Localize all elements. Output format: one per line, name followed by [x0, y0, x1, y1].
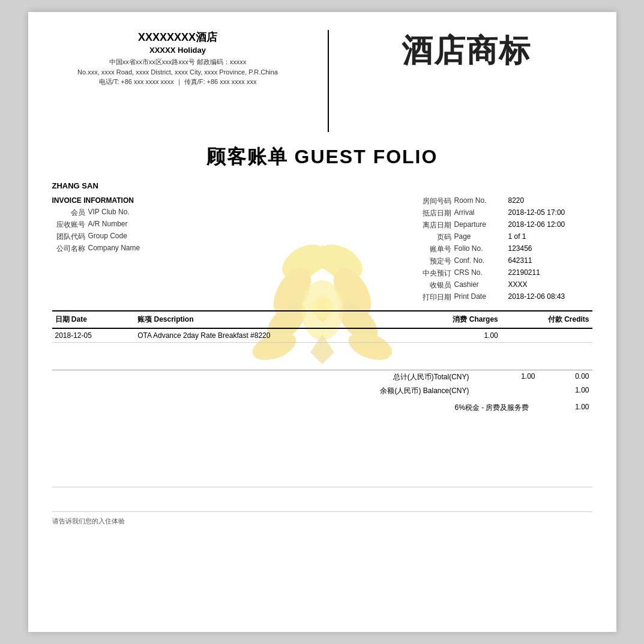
invoice-page: XXXXXXXX酒店 XXXXX Holiday 中国xx省xx市xx区xxx路…: [28, 12, 616, 632]
room-row-4: 页码 Page 1 of 1: [322, 232, 592, 242]
invoice-info: INVOICE INFORMATION 会员 VIP Club No. 应收账号…: [52, 196, 322, 304]
label-en-company: Company Name: [88, 244, 148, 254]
label-cn-departure: 离店日期: [418, 220, 451, 230]
value-page: 1 of 1: [508, 232, 592, 242]
label-cn-cashier: 收银员: [418, 280, 451, 290]
room-row-3: 离店日期 Departure 2018-12-06 12:00: [322, 220, 592, 230]
cell-desc: OTA Advance 2day Rate Breakfast #8220: [134, 328, 402, 343]
value-cashier: XXXX: [508, 280, 592, 290]
label-en-arrival: Arrival: [454, 208, 508, 218]
value-crs: 22190211: [508, 268, 592, 278]
col-desc: 账项 Description: [134, 311, 402, 328]
label-cn-crs: 中央预订: [418, 268, 451, 278]
spacer-row: [52, 343, 592, 361]
room-row-9: 打印日期 Print Date 2018-12-06 08:43: [322, 292, 592, 302]
label-en-folio: Folio No.: [454, 244, 508, 254]
value-roomno: 8220: [508, 196, 592, 206]
room-row-1: 房间号码 Room No. 8220: [322, 196, 592, 206]
balance-spacer: [481, 386, 541, 396]
balance-row: 余额(人民币) Balance(CNY) 1.00: [52, 384, 592, 398]
label-cn-group: 团队代码: [52, 232, 85, 242]
label-cn-company: 公司名称: [52, 244, 85, 254]
label-en-ar: A/R Number: [88, 220, 148, 230]
hotel-sub: XXXXX Holiday: [149, 46, 206, 55]
footer-divider: [52, 487, 592, 487]
balance-label: 余额(人民币) Balance(CNY): [55, 386, 481, 396]
hotel-info: XXXXXXXX酒店 XXXXX Holiday 中国xx省xx市xx区xxx路…: [52, 30, 316, 87]
label-cn-folio: 账单号: [418, 244, 451, 254]
col-charges: 消费 Charges: [402, 311, 501, 328]
value-arrival: 2018-12-05 17:00: [508, 208, 592, 218]
room-row-8: 收银员 Cashier XXXX: [322, 280, 592, 290]
invoice-row-4: 公司名称 Company Name: [52, 244, 322, 254]
total-charges: 1.00: [481, 372, 541, 382]
cell-date: 2018-12-05: [52, 328, 135, 343]
label-en-page: Page: [454, 232, 508, 242]
label-cn-page: 页码: [418, 232, 451, 242]
label-en-member: VIP Club No.: [88, 208, 148, 218]
tax-label: 6%税金 - 房费及服务费: [55, 403, 541, 413]
label-cn-printdate: 打印日期: [418, 292, 451, 302]
table-row: 2018-12-05 OTA Advance 2day Rate Breakfa…: [52, 328, 592, 343]
footer-note: 请告诉我们您的入住体验: [52, 511, 592, 526]
label-en-departure: Departure: [454, 220, 508, 230]
label-en-cashier: Cashier: [454, 280, 508, 290]
total-label: 总计(人民币)Total(CNY): [55, 372, 481, 382]
label-cn-roomno: 房间号码: [418, 196, 451, 206]
cell-credits: [501, 328, 592, 343]
invoice-info-title: INVOICE INFORMATION: [52, 196, 322, 205]
room-row-7: 中央预订 CRS No. 22190211: [322, 268, 592, 278]
col-date: 日期 Date: [52, 311, 135, 328]
label-en-printdate: Print Date: [454, 292, 508, 302]
label-cn-arrival: 抵店日期: [418, 208, 451, 218]
value-departure: 2018-12-06 12:00: [508, 220, 592, 230]
hotel-phone: 电话/T: +86 xxx xxxx xxxx ｜ 传真/F: +86 xxx …: [99, 77, 257, 87]
invoice-row-3: 团队代码 Group Code: [52, 232, 322, 242]
label-en-group: Group Code: [88, 232, 148, 242]
hotel-logo-text: 酒店商标: [402, 30, 531, 72]
label-cn-ar: 应收账号: [52, 220, 85, 230]
room-row-5: 账单号 Folio No. 123456: [322, 244, 592, 254]
label-en-crs: CRS No.: [454, 268, 508, 278]
guest-name: ZHANG SAN: [52, 181, 592, 190]
value-conf: 642311: [508, 256, 592, 266]
total-row: 总计(人民币)Total(CNY) 1.00 0.00: [52, 370, 592, 384]
label-en-roomno: Room No.: [454, 196, 508, 206]
value-folio: 123456: [508, 244, 592, 254]
label-cn-conf: 预定号: [418, 256, 451, 266]
invoice-row-2: 应收账号 A/R Number: [52, 220, 322, 230]
hotel-name: XXXXXXXX酒店: [138, 30, 217, 44]
value-printdate: 2018-12-06 08:43: [508, 292, 592, 302]
room-row-2: 抵店日期 Arrival 2018-12-05 17:00: [322, 208, 592, 218]
folio-title: 顾客账单 GUEST FOLIO: [52, 144, 592, 170]
total-credits: 0.00: [541, 372, 589, 382]
header-area: XXXXXXXX酒店 XXXXX Holiday 中国xx省xx市xx区xxx路…: [52, 30, 592, 132]
table-header-row: 日期 Date 账项 Description 消费 Charges 付款 Cre…: [52, 311, 592, 328]
cell-charges: 1.00: [402, 328, 501, 343]
hotel-logo-area: 酒店商标: [341, 30, 592, 72]
col-credits: 付款 Credits: [501, 311, 592, 328]
invoice-row-1: 会员 VIP Club No.: [52, 208, 322, 218]
room-row-6: 预定号 Conf. No. 642311: [322, 256, 592, 266]
footer-area: 请告诉我们您的入住体验: [52, 487, 592, 526]
room-info: 房间号码 Room No. 8220 抵店日期 Arrival 2018-12-…: [322, 196, 592, 304]
label-cn-member: 会员: [52, 208, 85, 218]
tax-value: 1.00: [541, 403, 589, 413]
hotel-addr-cn: 中国xx省xx市xx区xxx路xxx号 邮政编码：xxxxx: [109, 57, 247, 67]
totals-section: 总计(人民币)Total(CNY) 1.00 0.00 余额(人民币) Bala…: [52, 370, 592, 398]
tax-row: 6%税金 - 房费及服务费 1.00: [52, 401, 592, 415]
hotel-addr-en: No.xxx, xxxx Road, xxxx District, xxxx C…: [77, 67, 278, 77]
charges-table: 日期 Date 账项 Description 消费 Charges 付款 Cre…: [52, 310, 592, 361]
balance-value: 1.00: [541, 386, 589, 396]
info-section: INVOICE INFORMATION 会员 VIP Club No. 应收账号…: [52, 196, 592, 304]
header-divider: [328, 30, 329, 132]
label-en-conf: Conf. No.: [454, 256, 508, 266]
